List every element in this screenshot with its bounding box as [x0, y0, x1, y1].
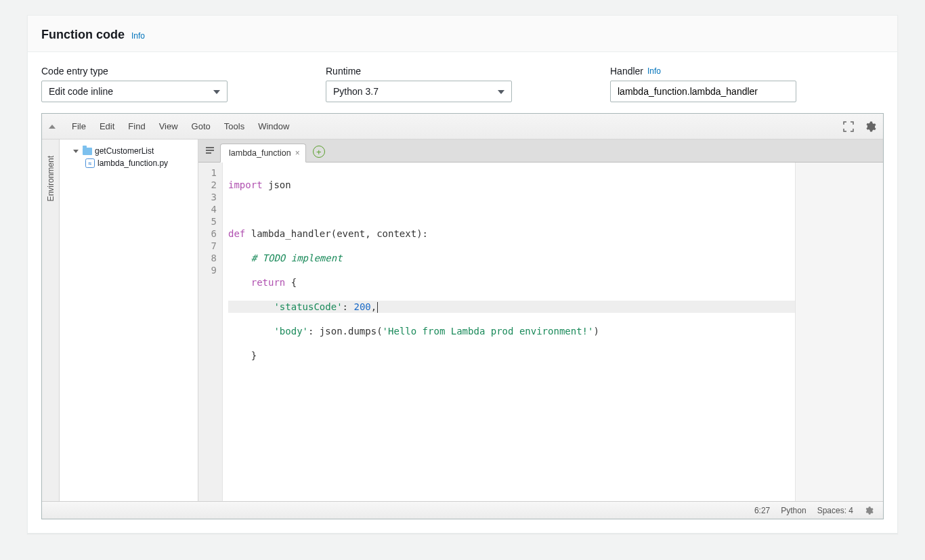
menu-view[interactable]: View [152, 121, 185, 131]
fullscreen-icon[interactable] [842, 121, 855, 133]
cursor-position[interactable]: 6:27 [754, 506, 770, 515]
panel-title: Function code [41, 28, 125, 42]
tab-filename: lambda_function [229, 148, 291, 158]
collapse-caret-icon[interactable] [49, 125, 56, 129]
svg-text:⇆: ⇆ [89, 160, 92, 167]
handler-label-row: Handler Info [610, 66, 867, 77]
editor-statusbar: 6:27 Python Spaces: 4 [42, 501, 883, 519]
tabbar-dropdown-icon[interactable] [202, 139, 217, 162]
file-tree: getCustomerList ⇆ lambda_function.py [60, 139, 198, 501]
language-mode[interactable]: Python [781, 506, 806, 515]
editor-body: Environment getCustomerList ⇆ lamb [42, 139, 883, 501]
code-entry-type-label: Code entry type [41, 66, 299, 77]
tree-root-folder[interactable]: getCustomerList [62, 145, 195, 157]
menu-tools[interactable]: Tools [217, 121, 251, 131]
active-file-tab[interactable]: lambda_function × [220, 144, 306, 163]
menu-find[interactable]: Find [121, 121, 152, 131]
handler-col: Handler Info [610, 66, 867, 102]
menu-file[interactable]: File [65, 121, 93, 131]
code-entry-type-select[interactable]: Edit code inline [41, 81, 228, 102]
svg-rect-4 [206, 152, 211, 154]
runtime-select[interactable]: Python 3.7 [326, 81, 512, 102]
python-file-icon: ⇆ [85, 158, 95, 168]
tab-bar: lambda_function × + [198, 139, 883, 163]
svg-rect-2 [206, 147, 214, 148]
info-link[interactable]: Info [131, 31, 145, 41]
panel-body: Code entry type Edit code inline Runtime… [28, 52, 897, 533]
folder-caret-icon [73, 150, 79, 153]
environment-rail-label: Environment [46, 156, 56, 201]
folder-icon [83, 148, 92, 155]
new-tab-button[interactable]: + [313, 146, 325, 158]
statusbar-gear-icon[interactable] [864, 506, 874, 515]
text-cursor [377, 302, 378, 313]
code-lines[interactable]: import json def lambda_handler(event, co… [223, 163, 795, 501]
runtime-value: Python 3.7 [333, 86, 379, 97]
menu-edit[interactable]: Edit [93, 121, 121, 131]
editor-menubar: File Edit Find View Goto Tools Window [42, 114, 883, 139]
handler-info-link[interactable]: Info [647, 66, 661, 76]
svg-rect-3 [206, 150, 214, 151]
root-folder-name: getCustomerList [95, 146, 154, 156]
code-entry-type-col: Code entry type Edit code inline [41, 66, 299, 102]
code-pane: lambda_function × + 1 2 3 4 5 [198, 139, 883, 501]
menu-window[interactable]: Window [251, 121, 296, 131]
handler-input[interactable] [610, 81, 796, 102]
tree-file-name: lambda_function.py [98, 158, 168, 168]
code-editor-area[interactable]: 1 2 3 4 5 6 7 8 9 import json def lambda… [198, 163, 883, 501]
config-row: Code entry type Edit code inline Runtime… [41, 66, 884, 102]
panel-header: Function code Info [28, 16, 897, 52]
runtime-label: Runtime [326, 66, 583, 77]
indent-setting[interactable]: Spaces: 4 [817, 506, 853, 515]
tree-file-item[interactable]: ⇆ lambda_function.py [62, 157, 195, 169]
minimap-gutter [795, 163, 883, 501]
environment-rail[interactable]: Environment [42, 139, 60, 501]
settings-gear-icon[interactable] [864, 121, 876, 133]
cloud9-editor: File Edit Find View Goto Tools Window [41, 113, 884, 519]
menu-goto[interactable]: Goto [185, 121, 217, 131]
handler-label: Handler [610, 66, 643, 77]
function-code-panel: Function code Info Code entry type Edit … [27, 15, 898, 534]
runtime-col: Runtime Python 3.7 [326, 66, 583, 102]
close-tab-icon[interactable]: × [295, 148, 300, 158]
line-number-gutter: 1 2 3 4 5 6 7 8 9 [198, 163, 223, 501]
code-entry-type-value: Edit code inline [49, 86, 113, 97]
